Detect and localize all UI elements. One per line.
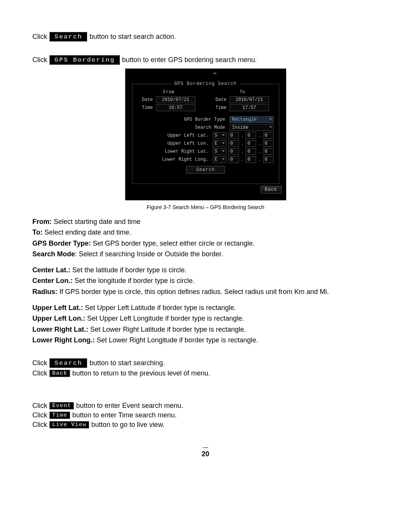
text: button to enter GPS bordering search men… [122, 56, 257, 64]
label: GPS Border Type [138, 117, 228, 122]
coord-field[interactable]: 0 [263, 132, 274, 139]
definition-line: Center Lat.: Set the latitude if border … [32, 265, 379, 275]
to-header: To [211, 89, 274, 95]
definition-line: Lower Right Lat.: Set Lower Right Latitu… [32, 325, 379, 334]
definition-line: From: Select starting date and time [32, 217, 379, 226]
instruction-line: Click Search button to start searching. [32, 358, 379, 368]
ns-dropdown[interactable]: S [213, 148, 226, 155]
text: Click [32, 421, 47, 429]
text: Click [32, 33, 47, 41]
event-button[interactable]: Event [49, 402, 74, 409]
text: Click [32, 402, 47, 410]
label: Date [211, 97, 226, 102]
instruction-line: Click Search button to start search acti… [32, 32, 379, 42]
definition-line: Lower Right Long.: Set Lower Right Longi… [32, 335, 379, 345]
text: Click [32, 56, 47, 64]
text: button to go to live view. [91, 421, 164, 429]
coord-field[interactable]: 0 [245, 156, 256, 163]
page-number: 20 [32, 450, 379, 458]
dialog-title: GPS Bordering Search [171, 81, 240, 86]
instruction-line: Click Time button to enter Time search m… [32, 411, 379, 419]
dialog-panel: GPS Bordering Search From Date 2010/07/2… [132, 84, 279, 184]
gps-bordering-button[interactable]: GPS Bordering [49, 55, 120, 65]
time-from-field[interactable]: 16:57 [156, 104, 196, 111]
label: Upper Left Lon. [138, 141, 211, 146]
coord-field[interactable]: 0 [228, 132, 239, 139]
text: button to return to the previous level o… [72, 369, 210, 377]
definition-line: Upper Left Lat.: Set Upper Left Latitude… [32, 303, 379, 312]
coord-field[interactable]: 0 [228, 140, 239, 147]
cursor-icon: ↖ [212, 69, 218, 77]
text: Click [32, 411, 47, 419]
from-header: From [138, 89, 200, 95]
label: Lower Right Long. [138, 157, 211, 162]
definition-line: Center Lon.: Set the longitude if border… [32, 276, 379, 285]
date-to-field[interactable]: 2010/07/21 [229, 96, 269, 103]
label: Upper Left Lat. [138, 133, 211, 138]
time-to-field[interactable]: 17:57 [229, 104, 269, 111]
search-button[interactable]: Search [49, 32, 87, 42]
dialog-search-button[interactable]: Search [186, 166, 225, 174]
instruction-line: Click Event button to enter Event search… [32, 402, 379, 410]
search-mode-dropdown[interactable]: Inside [229, 124, 274, 131]
figure-caption: Figure 3-7 Search Menu – GPS Bordering S… [32, 204, 379, 210]
label: Search Mode [138, 125, 228, 130]
coord-field[interactable]: 0 [263, 156, 274, 163]
label: Time [211, 105, 226, 110]
ew-dropdown[interactable]: E [213, 140, 226, 147]
coord-field[interactable]: 0 [245, 132, 256, 139]
text: Click [32, 369, 47, 377]
ns-dropdown[interactable]: S [213, 132, 226, 139]
gps-border-type-dropdown[interactable]: Rectangle [229, 116, 274, 123]
time-button[interactable]: Time [49, 412, 70, 419]
definition-line: To: Select ending date and time. [32, 228, 379, 237]
label: Date [138, 97, 153, 102]
search-button[interactable]: Search [49, 358, 87, 368]
label: Time [138, 105, 153, 110]
coord-field[interactable]: 0 [228, 156, 239, 163]
coord-field[interactable]: 0 [263, 140, 274, 147]
definition-line: Radius: If GPS border type is circle, th… [32, 287, 379, 296]
text: button to enter Time search menu. [72, 411, 177, 419]
gps-bordering-dialog-screenshot: ↖ GPS Bordering Search From Date 2010/07… [125, 69, 286, 200]
document-page: Click Search button to start search acti… [0, 0, 411, 473]
instruction-line: Click Live View button to go to live vie… [32, 421, 379, 429]
text: button to start search action. [89, 33, 176, 41]
coord-field[interactable]: 0 [245, 148, 256, 155]
coord-field[interactable]: 0 [263, 148, 274, 155]
dialog-back-button[interactable]: Back [261, 186, 282, 193]
text: button to enter Event search menu. [76, 402, 183, 410]
page-footer: — 20 [32, 444, 379, 458]
definition-line: Upper Left Lon.: Set Upper Left Longitud… [32, 314, 379, 323]
coord-field[interactable]: 0 [245, 140, 256, 147]
label: Lower Right Lat. [138, 149, 211, 154]
footer-dash: — [32, 444, 379, 450]
instruction-line: Click GPS Bordering button to enter GPS … [32, 55, 379, 65]
definition-line: GPS Border Type: Set GPS border type, se… [32, 239, 379, 248]
back-button[interactable]: Back [49, 370, 70, 377]
text: button to start searching. [89, 359, 165, 367]
live-view-button[interactable]: Live View [49, 421, 89, 428]
date-from-field[interactable]: 2010/07/21 [156, 96, 196, 103]
text: Click [32, 359, 47, 367]
instruction-line: Click Back button to return to the previ… [32, 369, 379, 377]
ew-dropdown[interactable]: E [213, 156, 226, 163]
definition-line: Search Mode: Select if searching Inside … [32, 249, 379, 259]
coord-field[interactable]: 0 [228, 148, 239, 155]
